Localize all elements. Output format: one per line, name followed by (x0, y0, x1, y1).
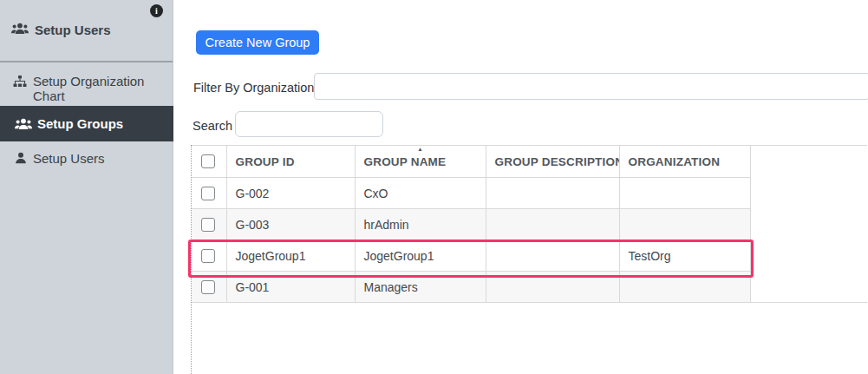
cell-filler (750, 240, 867, 272)
cell-group-description (486, 240, 619, 272)
column-header-label: GROUP NAME (364, 155, 447, 168)
filter-by-organization-input[interactable] (314, 73, 868, 100)
row-checkbox[interactable] (201, 218, 215, 232)
cell-organization (619, 272, 750, 303)
create-new-group-button[interactable]: Create New Group (196, 30, 319, 55)
search-input[interactable] (235, 111, 383, 137)
column-header-group-name[interactable]: ▲ GROUP NAME (355, 146, 486, 178)
cell-group-description (486, 178, 619, 209)
row-checkbox[interactable] (201, 280, 215, 294)
org-chart-icon (13, 75, 27, 88)
column-header-filler (750, 146, 867, 178)
sidebar-header-setup-users: Setup Users (11, 23, 164, 37)
row-checkbox[interactable] (201, 249, 215, 263)
table-row[interactable]: G-002 CxO (192, 178, 867, 209)
table-row[interactable]: G-001 Managers (192, 272, 867, 303)
cell-filler (750, 178, 867, 209)
sidebar-item-setup-groups[interactable]: Setup Groups (0, 106, 173, 141)
column-header-group-id[interactable]: GROUP ID (226, 146, 355, 178)
select-all-checkbox[interactable] (201, 154, 215, 168)
sidebar: i Setup Users Setup Organizati (0, 0, 173, 374)
users-group-icon (11, 23, 29, 37)
sidebar-item-label: Setup Users (33, 151, 105, 166)
sidebar-divider (0, 61, 173, 62)
filter-by-organization-label: Filter By Organization (193, 81, 314, 95)
users-group-icon (15, 118, 32, 130)
sort-ascending-icon: ▲ (417, 147, 423, 153)
sidebar-item-label: Setup Organization Chart (33, 74, 144, 103)
cell-group-name: JogetGroup1 (355, 240, 486, 272)
sidebar-item-label: Setup Groups (37, 116, 123, 131)
groups-table: GROUP ID ▲ GROUP NAME GROUP DESCRIPTION … (192, 145, 867, 303)
sidebar-header-label: Setup Users (35, 23, 111, 37)
cell-group-description (486, 209, 619, 240)
sidebar-item-setup-organization-chart[interactable]: Setup Organization Chart (0, 72, 173, 107)
cell-filler (750, 272, 867, 303)
cell-filler (750, 209, 867, 240)
cell-organization (619, 178, 750, 209)
table-header-row: GROUP ID ▲ GROUP NAME GROUP DESCRIPTION … (192, 146, 867, 178)
cell-organization (619, 209, 750, 240)
cell-organization: TestOrg (619, 240, 750, 272)
search-label: Search (193, 119, 232, 133)
column-header-group-description[interactable]: GROUP DESCRIPTION (486, 146, 619, 178)
cell-group-id: G-001 (226, 272, 355, 303)
cell-group-name: hrAdmin (355, 209, 486, 240)
sidebar-item-setup-users[interactable]: Setup Users (0, 141, 173, 174)
table-row-highlighted[interactable]: JogetGroup1 JogetGroup1 TestOrg (192, 240, 867, 272)
cell-group-name: Managers (355, 272, 486, 303)
info-icon[interactable]: i (150, 4, 163, 17)
cell-group-id: G-002 (226, 178, 355, 209)
cell-group-id: G-003 (226, 209, 355, 240)
user-icon (15, 152, 27, 164)
table-row[interactable]: G-003 hrAdmin (192, 209, 867, 240)
column-header-organization[interactable]: ORGANIZATION (619, 146, 750, 178)
cell-group-id: JogetGroup1 (226, 240, 355, 272)
select-all-header-cell (192, 146, 226, 178)
cell-group-description (486, 272, 619, 303)
cell-group-name: CxO (355, 178, 486, 209)
row-checkbox[interactable] (201, 187, 215, 200)
